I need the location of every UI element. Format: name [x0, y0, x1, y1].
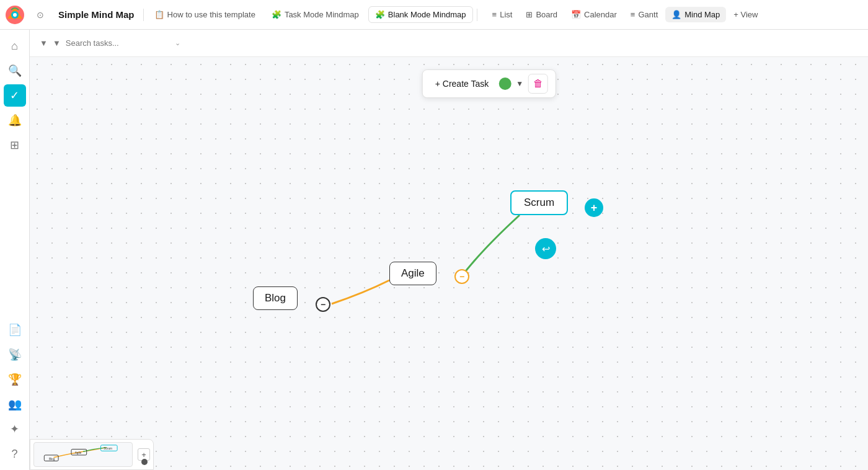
minimap: Blog Agile Scrum + [30, 439, 154, 470]
app-title-text: Simple Mind Map [58, 9, 135, 20]
view-tab-gantt-label: Gantt [638, 10, 658, 19]
view-tab-mindmap[interactable]: 👤 Mind Map [665, 7, 726, 22]
filter-dropdown-icon[interactable]: ▼ [53, 38, 61, 48]
help-icon: ? [11, 448, 17, 461]
blog-collapse-button[interactable]: − [316, 297, 330, 312]
how-to-use-icon: 📋 [154, 10, 164, 19]
tab-task-mode[interactable]: 🧩 Task Mode Mindmap [265, 6, 366, 23]
svg-point-2 [13, 13, 17, 17]
add-view-button[interactable]: + View [727, 7, 764, 22]
tab-task-mode-label: Task Mode Mindmap [285, 10, 359, 19]
content-area: ▼ ▼ ⌄ + Create Task ▼ 🗑 [30, 30, 868, 470]
bell-icon: 🔔 [8, 113, 22, 127]
status-dot[interactable] [498, 78, 511, 90]
view-tab-board-label: Board [536, 10, 557, 19]
topbar: ⊙ Simple Mind Map 📋 How to use this temp… [0, 0, 868, 30]
mindmap-connections [30, 57, 868, 470]
minimap-thumbnail[interactable]: Blog Agile Scrum [33, 442, 133, 467]
tab-blank-mode-label: Blank Mode Mindmap [388, 10, 466, 19]
view-tab-mindmap-label: Mind Map [684, 10, 720, 19]
filter-bar: ▼ ▼ ⌄ [30, 30, 868, 57]
topbar-nav-icon[interactable]: ⊙ [30, 6, 51, 24]
sidebar-item-help[interactable]: ? [4, 443, 26, 465]
app-logo[interactable] [5, 5, 25, 25]
node-scrum-label: Scrum [524, 197, 554, 208]
view-tabs: ≡ List ⊞ Board 📅 Calendar ≡ Gantt 👤 Mind… [486, 7, 764, 22]
app-title[interactable]: Simple Mind Map [53, 7, 140, 22]
sidebar-item-grid[interactable]: ⊞ [4, 134, 26, 156]
mindmap-canvas[interactable]: + Create Task ▼ 🗑 Blog Agile Scrum [30, 57, 868, 470]
task-mode-icon: 🧩 [272, 10, 281, 19]
svg-text:Scrum: Scrum [104, 447, 112, 450]
sidebar-item-home[interactable]: ⌂ [4, 35, 26, 57]
sidebar-item-trophy[interactable]: 🏆 [4, 368, 26, 391]
view-tab-list-label: List [500, 10, 512, 19]
tab-separator-1 [143, 9, 144, 21]
status-dropdown-arrow[interactable]: ▼ [516, 79, 523, 88]
view-tab-calendar-label: Calendar [584, 10, 617, 19]
blank-mode-icon: 🧩 [375, 10, 385, 19]
node-agile-label: Agile [401, 267, 425, 279]
create-task-button[interactable]: + Create Task [430, 76, 494, 91]
sidebar-item-tasks[interactable]: ✓ [4, 84, 26, 107]
tasks-icon: ✓ [10, 89, 19, 102]
tab-separator-2 [477, 9, 477, 21]
sidebar-item-document[interactable]: 📄 [4, 319, 26, 341]
delete-button[interactable]: 🗑 [528, 74, 548, 94]
list-icon: ≡ [492, 10, 497, 19]
sidebar: ⌂ 🔍 ✓ 🔔 ⊞ 📄 📡 🏆 👥 ✦ ? [0, 30, 30, 470]
tab-how-to-use-label: How to use this template [167, 10, 255, 19]
document-icon: 📄 [8, 323, 22, 337]
zoom-dot[interactable] [141, 459, 148, 465]
sidebar-item-broadcast[interactable]: 📡 [4, 344, 26, 366]
home-icon: ⌂ [11, 40, 18, 53]
grid-icon: ⊞ [10, 138, 19, 152]
tab-blank-mode[interactable]: 🧩 Blank Mode Mindmap [368, 6, 473, 23]
create-task-label: + Create Task [435, 79, 489, 89]
board-icon: ⊞ [526, 10, 533, 19]
scrum-back-button[interactable]: ↩ [535, 238, 556, 259]
users-icon: 👥 [8, 397, 22, 411]
trophy-icon: 🏆 [8, 373, 22, 386]
search-icon: 🔍 [8, 64, 22, 78]
node-agile[interactable]: Agile [389, 262, 436, 285]
tab-how-to-use[interactable]: 📋 How to use this template [148, 6, 262, 23]
delete-icon: 🗑 [533, 78, 543, 89]
sidebar-item-notifications[interactable]: 🔔 [4, 109, 26, 131]
view-tab-board[interactable]: ⊞ Board [520, 7, 564, 22]
calendar-icon: 📅 [571, 10, 581, 19]
svg-text:Agile: Agile [75, 451, 82, 454]
node-blog[interactable]: Blog [253, 286, 298, 310]
svg-text:Blog: Blog [49, 458, 55, 461]
node-blog-label: Blog [265, 292, 286, 304]
filter-icon[interactable]: ▼ [40, 38, 48, 48]
add-view-label: + View [733, 10, 758, 19]
gantt-icon: ≡ [631, 10, 636, 19]
agile-collapse-button[interactable]: − [454, 269, 469, 284]
mindmap-icon: 👤 [671, 10, 681, 19]
main-layout: ⌂ 🔍 ✓ 🔔 ⊞ 📄 📡 🏆 👥 ✦ ? [0, 30, 868, 470]
sidebar-item-search[interactable]: 🔍 [4, 60, 26, 82]
view-tab-gantt[interactable]: ≡ Gantt [624, 7, 664, 22]
sidebar-item-sparkles[interactable]: ✦ [4, 418, 26, 440]
broadcast-icon: 📡 [8, 348, 22, 361]
sparkles-icon: ✦ [10, 422, 19, 436]
node-scrum[interactable]: Scrum [510, 190, 568, 215]
view-tab-calendar[interactable]: 📅 Calendar [565, 7, 623, 22]
search-chevron-icon[interactable]: ⌄ [175, 39, 180, 47]
sidebar-item-users[interactable]: 👥 [4, 393, 26, 415]
scrum-add-child-button[interactable]: + [585, 198, 603, 217]
search-input[interactable] [66, 38, 170, 48]
view-tab-list[interactable]: ≡ List [486, 7, 519, 22]
mindmap-toolbar: + Create Task ▼ 🗑 [422, 69, 556, 98]
